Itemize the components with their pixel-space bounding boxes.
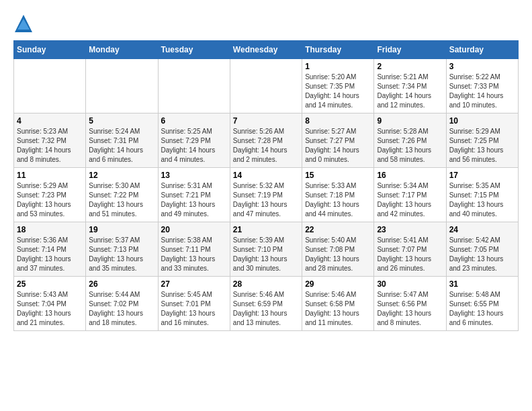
day-number: 18 xyxy=(17,225,83,234)
header-wednesday: Wednesday xyxy=(230,41,302,59)
day-number: 30 xyxy=(377,279,443,289)
calendar-cell: 11Sunrise: 5:29 AM Sunset: 7:23 PM Dayli… xyxy=(14,168,86,222)
header-monday: Monday xyxy=(86,41,158,59)
day-number: 1 xyxy=(305,62,371,71)
logo xyxy=(13,13,36,34)
day-number: 29 xyxy=(305,279,371,289)
calendar-cell: 25Sunrise: 5:43 AM Sunset: 7:04 PM Dayli… xyxy=(14,277,86,331)
day-content: Sunrise: 5:26 AM Sunset: 7:28 PM Dayligh… xyxy=(233,127,299,165)
header-row: SundayMondayTuesdayWednesdayThursdayFrid… xyxy=(14,41,519,59)
day-content: Sunrise: 5:35 AM Sunset: 7:15 PM Dayligh… xyxy=(449,181,515,219)
day-number: 3 xyxy=(449,62,515,71)
calendar-cell: 21Sunrise: 5:39 AM Sunset: 7:10 PM Dayli… xyxy=(230,222,302,277)
calendar-cell: 29Sunrise: 5:46 AM Sunset: 6:58 PM Dayli… xyxy=(302,277,374,331)
day-content: Sunrise: 5:23 AM Sunset: 7:32 PM Dayligh… xyxy=(17,127,83,165)
calendar-cell: 26Sunrise: 5:44 AM Sunset: 7:02 PM Dayli… xyxy=(86,277,158,331)
day-content: Sunrise: 5:28 AM Sunset: 7:26 PM Dayligh… xyxy=(377,127,443,165)
day-number: 4 xyxy=(17,116,83,126)
day-content: Sunrise: 5:29 AM Sunset: 7:25 PM Dayligh… xyxy=(449,127,515,165)
day-number: 10 xyxy=(449,116,515,126)
day-number: 5 xyxy=(89,116,154,126)
header-sunday: Sunday xyxy=(14,41,86,59)
day-number: 31 xyxy=(449,279,515,289)
calendar-cell: 27Sunrise: 5:45 AM Sunset: 7:01 PM Dayli… xyxy=(158,277,230,331)
day-number: 15 xyxy=(305,171,371,180)
day-content: Sunrise: 5:39 AM Sunset: 7:10 PM Dayligh… xyxy=(233,236,299,273)
day-content: Sunrise: 5:24 AM Sunset: 7:31 PM Dayligh… xyxy=(89,127,154,165)
header-saturday: Saturday xyxy=(446,41,518,59)
day-content: Sunrise: 5:38 AM Sunset: 7:11 PM Dayligh… xyxy=(161,236,227,273)
day-number: 6 xyxy=(161,116,227,126)
day-number: 20 xyxy=(161,225,227,234)
calendar-cell: 5Sunrise: 5:24 AM Sunset: 7:31 PM Daylig… xyxy=(86,113,158,168)
day-content: Sunrise: 5:44 AM Sunset: 7:02 PM Dayligh… xyxy=(89,290,154,328)
calendar-cell: 16Sunrise: 5:34 AM Sunset: 7:17 PM Dayli… xyxy=(374,168,446,222)
logo-icon xyxy=(13,13,34,34)
header-friday: Friday xyxy=(374,41,446,59)
calendar-cell: 18Sunrise: 5:36 AM Sunset: 7:14 PM Dayli… xyxy=(14,222,86,277)
day-content: Sunrise: 5:33 AM Sunset: 7:18 PM Dayligh… xyxy=(305,181,371,219)
calendar-header: SundayMondayTuesdayWednesdayThursdayFrid… xyxy=(14,41,519,59)
day-number: 7 xyxy=(233,116,299,126)
page-header xyxy=(13,13,519,34)
day-content: Sunrise: 5:32 AM Sunset: 7:19 PM Dayligh… xyxy=(233,181,299,219)
calendar-cell: 19Sunrise: 5:37 AM Sunset: 7:13 PM Dayli… xyxy=(86,222,158,277)
day-content: Sunrise: 5:36 AM Sunset: 7:14 PM Dayligh… xyxy=(17,236,83,273)
header-thursday: Thursday xyxy=(302,41,374,59)
week-row-2: 4Sunrise: 5:23 AM Sunset: 7:32 PM Daylig… xyxy=(14,113,519,168)
day-number: 22 xyxy=(305,225,371,234)
calendar-cell: 30Sunrise: 5:47 AM Sunset: 6:56 PM Dayli… xyxy=(374,277,446,331)
day-content: Sunrise: 5:41 AM Sunset: 7:07 PM Dayligh… xyxy=(377,236,443,273)
calendar-cell xyxy=(230,59,302,113)
calendar-cell: 13Sunrise: 5:31 AM Sunset: 7:21 PM Dayli… xyxy=(158,168,230,222)
day-number: 26 xyxy=(89,279,154,289)
day-content: Sunrise: 5:46 AM Sunset: 6:58 PM Dayligh… xyxy=(305,290,371,328)
day-number: 2 xyxy=(377,62,443,71)
day-content: Sunrise: 5:27 AM Sunset: 7:27 PM Dayligh… xyxy=(305,127,371,165)
calendar-cell: 4Sunrise: 5:23 AM Sunset: 7:32 PM Daylig… xyxy=(14,113,86,168)
day-number: 13 xyxy=(161,171,227,180)
day-number: 14 xyxy=(233,171,299,180)
day-content: Sunrise: 5:29 AM Sunset: 7:23 PM Dayligh… xyxy=(17,181,83,219)
day-content: Sunrise: 5:21 AM Sunset: 7:34 PM Dayligh… xyxy=(377,73,443,110)
day-number: 28 xyxy=(233,279,299,289)
calendar-body: 1Sunrise: 5:20 AM Sunset: 7:35 PM Daylig… xyxy=(14,59,519,331)
calendar-cell xyxy=(158,59,230,113)
day-number: 17 xyxy=(449,171,515,180)
day-content: Sunrise: 5:34 AM Sunset: 7:17 PM Dayligh… xyxy=(377,181,443,219)
day-number: 11 xyxy=(17,171,83,180)
calendar-cell: 15Sunrise: 5:33 AM Sunset: 7:18 PM Dayli… xyxy=(302,168,374,222)
calendar-cell xyxy=(86,59,158,113)
calendar: SundayMondayTuesdayWednesdayThursdayFrid… xyxy=(13,40,519,331)
day-content: Sunrise: 5:25 AM Sunset: 7:29 PM Dayligh… xyxy=(161,127,227,165)
day-content: Sunrise: 5:22 AM Sunset: 7:33 PM Dayligh… xyxy=(449,73,515,110)
day-content: Sunrise: 5:48 AM Sunset: 6:55 PM Dayligh… xyxy=(449,290,515,328)
calendar-cell: 28Sunrise: 5:46 AM Sunset: 6:59 PM Dayli… xyxy=(230,277,302,331)
day-number: 21 xyxy=(233,225,299,234)
day-number: 27 xyxy=(161,279,227,289)
week-row-4: 18Sunrise: 5:36 AM Sunset: 7:14 PM Dayli… xyxy=(14,222,519,277)
calendar-cell: 2Sunrise: 5:21 AM Sunset: 7:34 PM Daylig… xyxy=(374,59,446,113)
day-content: Sunrise: 5:30 AM Sunset: 7:22 PM Dayligh… xyxy=(89,181,154,219)
week-row-3: 11Sunrise: 5:29 AM Sunset: 7:23 PM Dayli… xyxy=(14,168,519,222)
calendar-cell: 22Sunrise: 5:40 AM Sunset: 7:08 PM Dayli… xyxy=(302,222,374,277)
calendar-cell: 17Sunrise: 5:35 AM Sunset: 7:15 PM Dayli… xyxy=(446,168,518,222)
calendar-cell: 24Sunrise: 5:42 AM Sunset: 7:05 PM Dayli… xyxy=(446,222,518,277)
calendar-cell: 1Sunrise: 5:20 AM Sunset: 7:35 PM Daylig… xyxy=(302,59,374,113)
day-number: 9 xyxy=(377,116,443,126)
calendar-cell: 8Sunrise: 5:27 AM Sunset: 7:27 PM Daylig… xyxy=(302,113,374,168)
calendar-cell: 6Sunrise: 5:25 AM Sunset: 7:29 PM Daylig… xyxy=(158,113,230,168)
day-content: Sunrise: 5:42 AM Sunset: 7:05 PM Dayligh… xyxy=(449,236,515,273)
day-content: Sunrise: 5:46 AM Sunset: 6:59 PM Dayligh… xyxy=(233,290,299,328)
calendar-cell: 14Sunrise: 5:32 AM Sunset: 7:19 PM Dayli… xyxy=(230,168,302,222)
day-content: Sunrise: 5:37 AM Sunset: 7:13 PM Dayligh… xyxy=(89,236,154,273)
day-number: 25 xyxy=(17,279,83,289)
calendar-cell: 10Sunrise: 5:29 AM Sunset: 7:25 PM Dayli… xyxy=(446,113,518,168)
calendar-cell: 3Sunrise: 5:22 AM Sunset: 7:33 PM Daylig… xyxy=(446,59,518,113)
day-content: Sunrise: 5:45 AM Sunset: 7:01 PM Dayligh… xyxy=(161,290,227,328)
calendar-cell: 31Sunrise: 5:48 AM Sunset: 6:55 PM Dayli… xyxy=(446,277,518,331)
week-row-5: 25Sunrise: 5:43 AM Sunset: 7:04 PM Dayli… xyxy=(14,277,519,331)
day-number: 23 xyxy=(377,225,443,234)
day-content: Sunrise: 5:31 AM Sunset: 7:21 PM Dayligh… xyxy=(161,181,227,219)
day-number: 24 xyxy=(449,225,515,234)
